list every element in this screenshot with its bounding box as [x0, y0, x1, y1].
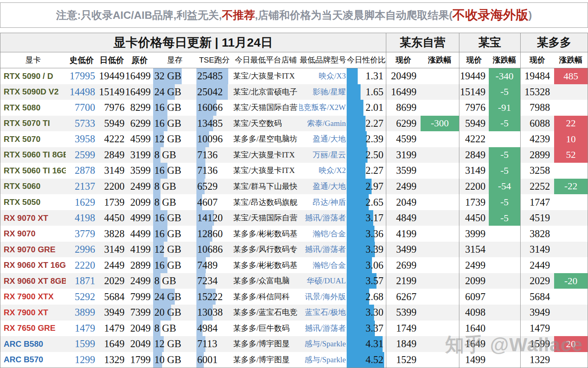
taobao-change — [489, 131, 520, 147]
pdd-change — [554, 305, 588, 321]
gpu-name: RTX 5090 / D — [0, 68, 66, 84]
value-ratio-cell: 2.01 — [347, 100, 386, 116]
table-row: RTX 5060 2137 2200 2499 8 GB 6529 某宝/群马下… — [0, 179, 588, 195]
jd-group: 3599 — [386, 163, 459, 179]
pdd-change — [554, 84, 588, 100]
jd-price: 6299 — [386, 116, 421, 132]
taobao-group: 6097 — [459, 289, 520, 305]
lowest-platform-store: 某宝/昂达数码旗舰 — [232, 194, 299, 210]
ratio-bar — [347, 147, 368, 163]
jd-change — [421, 321, 459, 337]
lowest-brand-model: 瀚铠/合金 — [299, 257, 347, 273]
pdd-price: 5684 — [521, 289, 554, 305]
jd-price: 2499 — [386, 179, 421, 195]
jd-group: 6299 -300 — [386, 116, 459, 132]
lowest-platform-store: 某多多/博宇图显 — [232, 352, 299, 368]
taobao-price: 1640 — [459, 321, 489, 337]
notice-warn-no-recommend: 不推荐 — [222, 8, 255, 22]
lowest-platform-store: 某多多/蓝宝石电竞 — [232, 305, 299, 321]
taobao-group: 1499 — [459, 352, 520, 368]
orig-price: 2899 — [126, 257, 153, 273]
pdd-change — [554, 257, 588, 273]
pdd-change — [554, 194, 588, 210]
col-header-gpu: 显卡 — [0, 52, 66, 68]
col-header-day-low: 日低价 — [98, 52, 126, 68]
taobao-group: 1739 -5 — [459, 194, 520, 210]
gpu-name: ARC B570 — [0, 352, 66, 368]
taobao-change — [489, 226, 520, 242]
taobao-group: 15149 -5 — [459, 84, 520, 100]
orig-price: 2049 — [126, 336, 153, 352]
pdd-price: 1599 — [521, 336, 554, 352]
taobao-price: 5949 — [459, 116, 489, 132]
lowest-platform-store: 某多多/星空电脑坊 — [232, 131, 299, 147]
hist-low-price: 2599 — [66, 147, 98, 163]
jd-price: 4849 — [386, 210, 421, 226]
value-ratio-cell: 2.27 — [347, 163, 386, 179]
pdd-group: 1329 — [520, 352, 588, 368]
jd-change — [421, 210, 459, 226]
tse-score-cell: 6529 — [196, 179, 232, 195]
col-header-pdd-change: 涨跌幅 — [554, 52, 588, 68]
jd-change — [421, 179, 459, 195]
lowest-platform-store: 某多多/博宇图显 — [232, 336, 299, 352]
taobao-group: 3999 — [459, 226, 520, 242]
pdd-group: 5684 — [520, 289, 588, 305]
pdd-change: 485 — [554, 68, 588, 84]
taobao-change — [489, 257, 520, 273]
sheet: 注意:只收录AIC/AIB品牌,利益无关,不推荐,店铺和价格为当天凌晨脚本自动爬… — [0, 0, 588, 368]
taobao-group: 4450 -5 — [459, 210, 520, 226]
col-header-store: 今日最低平台店铺 — [232, 52, 299, 68]
table-row: RTX 5050 1629 1739 2099 8 GB 4607 某宝/昂达数… — [0, 194, 588, 210]
orig-price: 8299 — [126, 100, 153, 116]
jd-change — [421, 289, 459, 305]
taobao-price: 3154 — [459, 242, 489, 258]
gpu-name: RX 9060 XT 16GB — [0, 257, 66, 273]
tse-score-cell: 7489 — [196, 257, 232, 273]
jd-change — [421, 336, 459, 352]
tse-score-cell: 7113 — [196, 336, 232, 352]
table-body: RTX 5090 / D 17995 19449 16499 32 GB 254… — [0, 68, 588, 368]
page-title: 显卡价格每日更新 | 11月24日 — [0, 33, 386, 52]
day-low-price: 5684 — [98, 289, 126, 305]
day-low-price: 3949 — [98, 305, 126, 321]
pdd-price: 2252 — [521, 179, 554, 195]
vram-cell: 16 GB — [153, 210, 196, 226]
title-row: 显卡价格每日更新 | 11月24日 某东自营 某宝 某多多 — [0, 33, 588, 52]
jd-change — [421, 84, 459, 100]
jd-change — [421, 273, 459, 289]
day-low-price: 3149 — [98, 163, 126, 179]
pdd-price: 15328 — [521, 84, 554, 100]
vram-cell: 16 GB — [153, 257, 196, 273]
taobao-price: 7976 — [459, 100, 489, 116]
platform-header-jd: 某东自营 — [386, 33, 459, 52]
jd-change — [421, 147, 459, 163]
jd-group: 4599 — [386, 131, 459, 147]
taobao-price: 2499 — [459, 257, 489, 273]
pdd-price: 3258 — [521, 163, 554, 179]
pdd-change — [554, 242, 588, 258]
jd-group: 1749 — [386, 321, 459, 337]
pdd-change: 10 — [554, 131, 588, 147]
lowest-brand-model: 盈通/大地 — [299, 179, 347, 195]
hist-low-price: 1299 — [66, 352, 98, 368]
pdd-group: 7988 — [520, 100, 588, 116]
lowest-brand-model: 昂达/神盾 — [299, 194, 347, 210]
jd-group: 2499 — [386, 179, 459, 195]
jd-group: 16499 — [386, 84, 459, 100]
gpu-name: RX 7900 XTX — [0, 289, 66, 305]
gpu-name: RTX 5060 TI 8GB — [0, 147, 66, 163]
taobao-group: 3154 — [459, 242, 520, 258]
notice-text: 注意:只收录AIC/AIB品牌,利益无关, — [56, 8, 222, 22]
jd-change — [421, 100, 459, 116]
pdd-group: 2449 — [520, 257, 588, 273]
hist-low-price: 2137 — [66, 179, 98, 195]
vram-cell: 16 GB — [153, 226, 196, 242]
pdd-price: 7988 — [521, 100, 554, 116]
hist-low-price: 3779 — [66, 226, 98, 242]
tse-score-cell: 7234 — [196, 273, 232, 289]
vram-cell: 8 GB — [153, 179, 196, 195]
col-header-orig: 原价 — [126, 52, 153, 68]
table-row: RTX 5060 TI 16G 2878 3149 3599 16 GB 713… — [0, 163, 588, 179]
lowest-brand-model: 撼讯/游荡者 — [299, 242, 347, 258]
